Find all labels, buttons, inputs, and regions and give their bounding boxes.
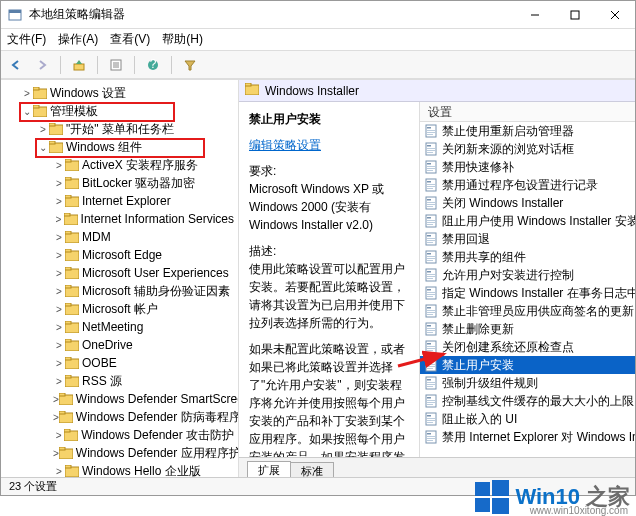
setting-row[interactable]: 禁止使用重新启动管理器 — [420, 122, 635, 140]
expander-icon[interactable]: > — [53, 304, 65, 315]
setting-row[interactable]: 禁用回退 — [420, 230, 635, 248]
requirements-text: Microsoft Windows XP 或 Windows 2000 (安装有… — [249, 182, 384, 232]
tree-windows-components[interactable]: ⌄Windows 组件 — [1, 138, 238, 156]
tree-item-0[interactable]: >ActiveX 安装程序服务 — [1, 156, 238, 174]
svg-rect-101 — [427, 258, 435, 259]
minimize-button[interactable] — [515, 1, 555, 29]
tree-item-4[interactable]: >MDM — [1, 228, 238, 246]
help-button[interactable]: ? — [142, 54, 164, 76]
setting-row[interactable]: 控制基线文件缓存的最大大小的上限 — [420, 392, 635, 410]
expander-icon[interactable]: > — [53, 268, 65, 279]
tree-item-16[interactable]: >Windows Defender 应用程序护卫 — [1, 444, 238, 462]
policy-icon — [424, 394, 438, 408]
tree-windows-settings[interactable]: >Windows 设置 — [1, 84, 238, 102]
expander-icon[interactable]: > — [53, 286, 65, 297]
setting-row[interactable]: 禁用通过程序包设置进行记录 — [420, 176, 635, 194]
tab-standard[interactable]: 标准 — [290, 462, 334, 477]
up-button[interactable] — [68, 54, 90, 76]
tree-item-3[interactable]: >Internet Information Services — [1, 210, 238, 228]
tree-item-14[interactable]: >Windows Defender 防病毒程序 — [1, 408, 238, 426]
tree-item-5[interactable]: >Microsoft Edge — [1, 246, 238, 264]
setting-row[interactable]: 阻止用户使用 Windows Installer 安装更 — [420, 212, 635, 230]
tree-admin-templates[interactable]: ⌄管理模板 — [1, 102, 238, 120]
tree-item-9[interactable]: >NetMeeting — [1, 318, 238, 336]
expander-icon[interactable]: > — [53, 196, 65, 207]
expander-icon[interactable]: > — [53, 322, 65, 333]
tree-item-6[interactable]: >Microsoft User Experiences — [1, 264, 238, 282]
toolbar-divider — [97, 56, 98, 74]
svg-rect-111 — [427, 294, 435, 295]
expander-icon[interactable]: > — [53, 178, 65, 189]
tree-item-7[interactable]: >Microsoft 辅助身份验证因素 — [1, 282, 238, 300]
svg-rect-64 — [427, 127, 431, 129]
edit-policy-link[interactable]: 编辑策略设置 — [249, 138, 321, 152]
expander-icon[interactable]: > — [21, 88, 33, 99]
tree-item-11[interactable]: >OOBE — [1, 354, 238, 372]
setting-row[interactable]: 禁止用户安装 — [420, 356, 635, 374]
setting-row[interactable]: 禁用快速修补 — [420, 158, 635, 176]
setting-row[interactable]: 关闭 Windows Installer — [420, 194, 635, 212]
expander-icon[interactable]: > — [53, 160, 65, 171]
svg-rect-14 — [33, 87, 39, 90]
tree-start-menu[interactable]: >"开始" 菜单和任务栏 — [1, 120, 238, 138]
setting-row[interactable]: 指定 Windows Installer 在事务日志中 — [420, 284, 635, 302]
tree-pane[interactable]: >Windows 设置⌄管理模板>"开始" 菜单和任务栏⌄Windows 组件>… — [1, 80, 239, 477]
watermark-url: www.win10xitong.com — [530, 505, 628, 516]
folder-icon — [64, 213, 78, 225]
tree-item-12[interactable]: >RSS 源 — [1, 372, 238, 390]
tree-item-13[interactable]: >Windows Defender SmartScreen — [1, 390, 238, 408]
maximize-button[interactable] — [555, 1, 595, 29]
menu-view[interactable]: 查看(V) — [110, 31, 150, 48]
app-window: 本地组策略编辑器 文件(F) 操作(A) 查看(V) 帮助(H) ? >Wind… — [0, 0, 636, 496]
close-button[interactable] — [595, 1, 635, 29]
expander-icon[interactable]: ⌄ — [37, 142, 49, 153]
settings-list[interactable]: 设置 禁止使用重新启动管理器关闭新来源的浏览对话框禁用快速修补禁用通过程序包设置… — [419, 102, 635, 457]
policy-icon — [424, 196, 438, 210]
filter-button[interactable] — [179, 54, 201, 76]
menu-file[interactable]: 文件(F) — [7, 31, 46, 48]
expander-icon[interactable]: > — [53, 250, 65, 261]
tree-item-1[interactable]: >BitLocker 驱动器加密 — [1, 174, 238, 192]
setting-row[interactable]: 关闭创建系统还原检查点 — [420, 338, 635, 356]
setting-row[interactable]: 禁止非管理员应用供应商签名的更新 — [420, 302, 635, 320]
tree-item-10[interactable]: >OneDrive — [1, 336, 238, 354]
properties-button[interactable] — [105, 54, 127, 76]
menu-action[interactable]: 操作(A) — [58, 31, 98, 48]
expander-icon[interactable]: > — [53, 430, 64, 441]
expander-icon[interactable]: > — [53, 214, 64, 225]
tree-label: Windows 设置 — [50, 85, 126, 102]
expander-icon[interactable]: > — [53, 340, 65, 351]
svg-rect-38 — [65, 303, 71, 306]
setting-row[interactable]: 阻止嵌入的 UI — [420, 410, 635, 428]
expander-icon[interactable]: > — [37, 124, 49, 135]
setting-label: 关闭创建系统还原检查点 — [442, 339, 574, 356]
setting-row[interactable]: 关闭新来源的浏览对话框 — [420, 140, 635, 158]
folder-icon — [49, 123, 63, 135]
policy-icon — [424, 142, 438, 156]
tree-item-17[interactable]: >Windows Hello 企业版 — [1, 462, 238, 477]
tab-extended[interactable]: 扩展 — [247, 461, 291, 477]
expander-icon[interactable]: > — [53, 466, 65, 477]
forward-button[interactable] — [31, 54, 53, 76]
svg-rect-74 — [427, 163, 431, 165]
expander-icon[interactable]: ⌄ — [21, 106, 33, 117]
setting-row[interactable]: 禁用共享的组件 — [420, 248, 635, 266]
menu-help[interactable]: 帮助(H) — [162, 31, 203, 48]
setting-row[interactable]: 允许用户对安装进行控制 — [420, 266, 635, 284]
tree-item-8[interactable]: >Microsoft 帐户 — [1, 300, 238, 318]
setting-row[interactable]: 禁止删除更新 — [420, 320, 635, 338]
content-title: Windows Installer — [265, 84, 359, 98]
column-header[interactable]: 设置 — [420, 102, 635, 122]
expander-icon[interactable]: > — [53, 376, 65, 387]
setting-row[interactable]: 禁用 Internet Explorer 对 Windows In — [420, 428, 635, 446]
svg-rect-20 — [49, 141, 55, 144]
expander-icon[interactable]: > — [53, 358, 65, 369]
tree-item-2[interactable]: >Internet Explorer — [1, 192, 238, 210]
setting-row[interactable]: 强制升级组件规则 — [420, 374, 635, 392]
expander-icon[interactable]: > — [53, 232, 65, 243]
tab-strip: 扩展 标准 — [239, 457, 635, 477]
folder-icon — [65, 177, 79, 189]
back-button[interactable] — [5, 54, 27, 76]
tree-item-15[interactable]: >Windows Defender 攻击防护 — [1, 426, 238, 444]
folder-icon — [65, 285, 79, 297]
